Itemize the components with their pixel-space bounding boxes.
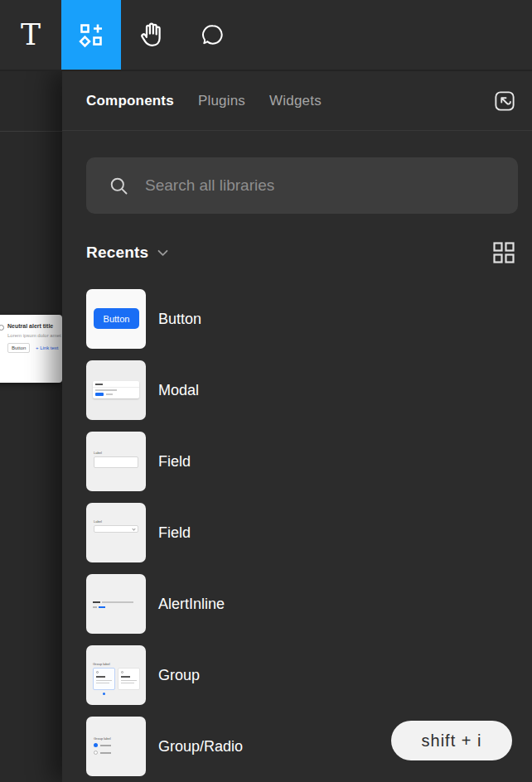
tab-plugins[interactable]: Plugins [198,93,245,109]
section-dropdown-button[interactable] [157,249,168,257]
mini-select-graphic [94,525,138,533]
grid-view-toggle-button[interactable] [491,240,516,265]
hand-tool-button[interactable] [121,0,182,70]
text-tool-button[interactable]: T [0,0,61,70]
mini-alert-graphic [93,601,133,603]
alert-button: Button [7,343,30,353]
component-thumbnail-field-select: Label [86,503,146,562]
component-name: Modal [158,382,199,399]
component-thumbnail-modal [86,360,146,420]
component-thumbnail-field: Label [86,432,146,491]
comments-tool-button[interactable] [182,0,244,70]
search-input[interactable] [145,176,518,195]
chevron-down-icon [157,249,168,257]
shortcut-hint-badge: shift + i [391,721,512,760]
component-name: Group [158,667,200,684]
mini-group-label: Group label [93,662,110,666]
component-thumbnail-button: Button [86,289,146,349]
component-thumbnail-alertinline [86,574,146,634]
list-item-group[interactable]: Group label Group [86,645,532,705]
list-item-alertinline[interactable]: AlertInline [86,574,532,634]
component-thumbnail-group: Group label [86,645,146,705]
panel-header: Components Plugins Widgets [62,71,532,131]
component-name: Field [158,524,191,542]
toolbar: T [0,0,532,71]
hand-icon [137,20,167,50]
components-list: Button Button Modal Label Field [62,289,532,776]
search-bar[interactable] [86,157,518,214]
recents-section-title: Recents [86,244,148,262]
components-panel: Components Plugins Widgets Recents [62,71,532,782]
search-icon [108,175,130,197]
list-item-modal[interactable]: Modal [86,360,532,420]
alert-link: + Link text [36,345,59,350]
comment-bubble-icon [200,22,226,48]
tab-widgets[interactable]: Widgets [269,93,322,109]
alert-title: Neutral alert title [7,323,53,329]
info-icon [0,325,4,331]
panel-tabs: Components Plugins Widgets [86,93,490,109]
mini-card [118,668,140,690]
components-icon [78,22,104,48]
component-name: AlertInline [158,596,225,613]
mini-selected-dot [103,693,105,695]
components-tool-button[interactable] [61,0,121,70]
mini-card-selected [93,668,115,690]
mini-input-graphic [94,456,138,468]
recents-header-row: Recents [86,242,516,263]
mini-caret-icon [132,527,135,530]
component-thumbnail-group-radio: Group label [86,717,146,776]
mini-field-label: Label [94,519,102,524]
component-name: Group/Radio [158,738,243,755]
mini-group-label: Group label [94,736,111,741]
text-tool-icon: T [21,20,41,50]
mini-radio-selected [94,743,98,747]
list-item-field[interactable]: Label Field [86,432,532,491]
component-name: Button [158,311,201,328]
canvas-alert-card[interactable]: Neutral alert title Lorem ipsum dolor am… [0,315,62,383]
arrow-up-left-box-icon [492,89,517,113]
tab-components[interactable]: Components [86,93,174,109]
grid-view-icon [491,240,516,265]
mini-button-graphic: Button [94,308,139,329]
mini-field-label: Label [94,451,102,455]
open-as-window-button[interactable] [490,86,520,116]
component-name: Field [158,453,191,471]
mini-radio-unselected [94,751,98,755]
list-item-field-2[interactable]: Label Field [86,503,532,562]
canvas-divider [0,131,62,132]
canvas-area: Neutral alert title Lorem ipsum dolor am… [0,71,62,782]
list-item-button[interactable]: Button Button [86,289,532,349]
mini-modal-graphic [93,381,139,398]
